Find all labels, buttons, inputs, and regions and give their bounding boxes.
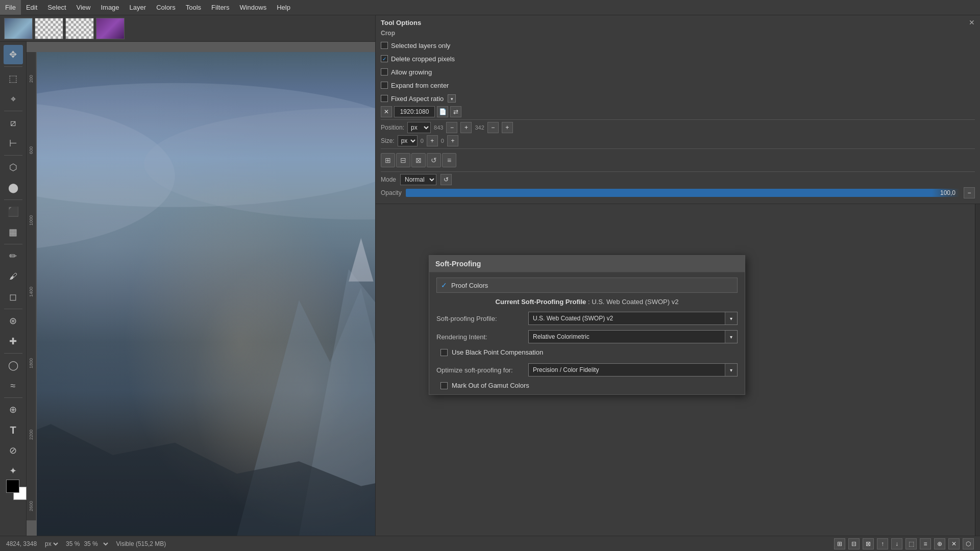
tool-separator-4 [4,199,22,200]
statusbar-icon-9[interactable]: ✕ [948,538,960,549]
tool-clone[interactable]: ⊛ [4,311,23,331]
statusbar-icon-10[interactable]: ⬡ [963,538,974,549]
tool-zoom[interactable]: ⊕ [4,400,23,419]
tool-eyedropper[interactable]: ⊘ [4,441,23,460]
thumbnail-1[interactable] [4,18,33,39]
tool-lasso[interactable]: ⌖ [4,89,23,109]
allow-growing-cb[interactable] [381,68,388,76]
statusbar-icon-5[interactable]: ↓ [891,538,902,549]
size-unit-select[interactable]: px % [398,135,418,146]
opacity-dec-btn[interactable]: − [964,187,975,198]
bpc-row: Use Black Point Compensation [440,348,738,356]
statusbar-icon-3[interactable]: ⊠ [863,538,874,549]
thumbnail-2[interactable] [35,18,63,39]
menu-help[interactable]: Help [272,0,296,15]
selected-layers-cb[interactable] [381,42,388,49]
tool-pencil[interactable]: ✏ [4,246,23,266]
position-unit-select[interactable]: px % mm [407,122,431,133]
size-input[interactable] [394,106,435,117]
opacity-bar[interactable]: 100,0 [406,187,960,198]
menu-colors[interactable]: Colors [151,0,181,15]
statusbar-icon-1[interactable]: ⊞ [834,538,845,549]
proof-colors-label: Proof Colors [451,282,488,289]
tool-measure[interactable]: ⊢ [4,134,23,153]
expand-center-cb[interactable] [381,82,388,89]
svg-text:2200: 2200 [29,430,34,440]
foreground-color-swatch[interactable] [6,480,19,493]
menu-image[interactable]: Image [95,0,124,15]
fixed-aspect-dropdown[interactable]: ▾ [448,94,456,103]
pos-y-inc[interactable]: + [502,122,513,133]
tool-paintbrush[interactable]: 🖌 [4,267,23,286]
soft-proofing-profile-select[interactable]: U.S. Web Coated (SWOP) v2 ▾ [528,312,738,325]
tool-text[interactable]: T [4,420,23,440]
unit-select[interactable]: px [43,540,60,548]
tool-options-close[interactable]: ✕ [969,18,975,27]
optimize-select[interactable]: Precision / Color Fidelity ▾ [528,363,738,377]
tool-crop[interactable]: ⧄ [4,113,23,133]
tool-smudge[interactable]: ≈ [4,376,23,395]
tool-rect-select[interactable]: ⬚ [4,69,23,88]
size-swap-btn[interactable]: ⇄ [450,106,461,117]
size-x-inc[interactable]: + [427,135,438,146]
menu-view[interactable]: View [71,0,96,15]
close-thumb-icon[interactable]: ✕ [88,19,92,24]
mode-select[interactable]: Normal Multiply Screen [400,174,436,185]
menu-windows[interactable]: Windows [234,0,272,15]
statusbar-icon-7[interactable]: ≡ [920,538,931,549]
selected-layers-checkbox[interactable]: Selected layers only [381,42,450,49]
tool-perspective[interactable]: ⬡ [4,158,23,177]
grid-icon-btn[interactable]: ⊟ [396,153,410,167]
pos-y-dec[interactable]: − [487,122,499,133]
tool-paths[interactable]: ✦ [4,461,23,481]
mode-label: Mode [381,176,396,183]
anchor-icon-btn[interactable]: ⊠ [411,153,426,167]
unit-item: px [43,540,60,548]
statusbar-icon-6[interactable]: ⬚ [905,538,917,549]
statusbar-icon-8[interactable]: ⊕ [934,538,945,549]
tool-gradient[interactable]: ▦ [4,222,23,242]
fixed-aspect-cb[interactable] [381,95,388,102]
soft-proofing-dialog: Soft-Proofing ✓ Proof Colors Current Sof… [429,255,745,395]
tool-bucket[interactable]: ⬛ [4,202,23,221]
proof-colors-row[interactable]: ✓ Proof Colors [436,278,738,293]
fixed-aspect-checkbox[interactable]: Fixed Aspect ratio ▾ [381,94,456,103]
opacity-label: Opacity [381,189,402,196]
thumbnail-4[interactable] [96,18,125,39]
bpc-checkbox[interactable] [440,349,448,356]
menu-filters[interactable]: Filters [206,0,234,15]
tool-transform[interactable]: ⬤ [4,178,23,197]
menu-edit[interactable]: Edit [21,0,42,15]
scrollbar-right[interactable] [975,204,980,536]
menu-tools[interactable]: Tools [181,0,206,15]
thumbnail-3[interactable]: ✕ [65,18,94,39]
gamut-checkbox[interactable] [440,382,448,389]
statusbar-icon-4[interactable]: ↑ [877,538,888,549]
expand-center-checkbox[interactable]: Expand from center [381,82,449,89]
menu-layer[interactable]: Layer [125,0,152,15]
size-page-btn[interactable]: 📄 [437,106,448,117]
extra-icon-btn[interactable]: ≡ [442,153,456,167]
size-y-inc[interactable]: + [447,135,458,146]
statusbar-icon-2[interactable]: ⊟ [848,538,860,549]
divider-2 [381,148,975,149]
allow-growing-checkbox[interactable]: Allow growing [381,68,432,76]
delete-cropped-checkbox[interactable]: Delete cropped pixels [381,55,455,63]
layers-icon-btn[interactable]: ⊞ [381,153,395,167]
zoom-select[interactable]: 35 % 50 % 100 % [82,540,110,548]
menu-file[interactable]: File [0,0,21,15]
mode-refresh-btn[interactable]: ↺ [440,174,452,185]
pos-x-dec[interactable]: − [446,122,457,133]
tool-move[interactable]: ✥ [4,45,23,64]
tool-heal[interactable]: ✚ [4,332,23,351]
menu-select[interactable]: Select [42,0,71,15]
tool-separator-3 [4,155,22,156]
delete-cropped-cb[interactable] [381,55,388,62]
size-clear-btn[interactable]: ✕ [381,106,392,117]
rendering-intent-select[interactable]: Relative Colorimetric ▾ [528,330,738,343]
tool-eraser[interactable]: ◻ [4,287,23,307]
allow-growing-label: Allow growing [391,68,432,76]
tool-dodge[interactable]: ◯ [4,356,23,375]
pos-x-inc[interactable]: + [460,122,472,133]
refresh-icon-btn[interactable]: ↺ [427,153,441,167]
